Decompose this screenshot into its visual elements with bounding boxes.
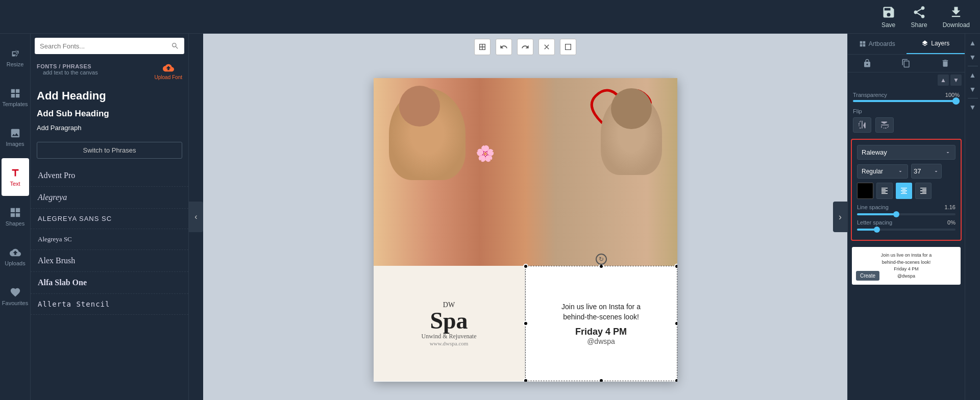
selection-handle-mr <box>674 321 677 326</box>
letter-spacing-value: 0% <box>947 219 955 226</box>
align-right-button[interactable] <box>915 183 932 199</box>
font-name-row: Raleway <box>857 145 955 160</box>
canvas-toolbar <box>474 39 576 55</box>
search-input[interactable] <box>40 42 168 50</box>
copy-tool-button[interactable] <box>887 55 925 72</box>
font-item-alegreya-sc[interactable]: Alegreya SC <box>31 229 188 250</box>
panel-collapse-arrow[interactable]: ‹ <box>189 202 203 232</box>
upload-font-button[interactable]: Upload Font <box>155 62 182 80</box>
right-tool-buttons <box>848 55 965 72</box>
far-right-collapse-btn[interactable]: ▼ <box>966 101 979 114</box>
delete-button[interactable] <box>538 39 555 55</box>
font-name-select[interactable]: Raleway <box>857 145 955 160</box>
flip-buttons <box>853 117 960 133</box>
lock-tool-button[interactable] <box>848 55 887 72</box>
font-item-advent-pro[interactable]: Advent Pro <box>31 165 188 187</box>
far-right-divider <box>968 66 978 66</box>
add-text-buttons: Add Heading Add Sub Heading Add Paragrap… <box>31 82 188 138</box>
search-icon <box>171 42 179 50</box>
left-sidebar: Resize Templates Images Text Shapes Uplo… <box>0 34 31 400</box>
friday-text: Friday 4 PM <box>575 327 627 337</box>
download-button[interactable]: Download <box>943 5 970 29</box>
preview-section: Join us live on Insta for a behind-the-s… <box>852 247 961 285</box>
font-style-row: Regular 37 <box>857 164 955 179</box>
line-spacing-row: Line spacing 1.16 <box>857 204 955 210</box>
font-item-alex-brush[interactable]: Alex Brush <box>31 250 188 272</box>
far-right-panel: ▲ ▼ ▲ ▼ ▼ <box>965 34 980 400</box>
canvas-right-text[interactable]: ↻ Join us live on Insta for a behind-the… <box>525 266 677 381</box>
selection-handle-tl <box>523 264 528 269</box>
sidebar-item-text[interactable]: Text <box>2 158 29 196</box>
undo-button[interactable] <box>496 39 512 55</box>
share-button[interactable]: Share <box>911 5 927 29</box>
tagline-text: Unwind & Rejuvenate <box>422 333 477 340</box>
grid-tool-button[interactable] <box>474 39 491 55</box>
delete-tool-button[interactable] <box>926 55 965 72</box>
fonts-header: FONTS / PHRASES add text to the canvas U… <box>31 58 188 82</box>
selection-handle-bl <box>523 378 528 381</box>
flip-section: Flip <box>848 105 965 136</box>
selection-handle-ml <box>523 321 528 326</box>
transparency-value: 100% <box>945 92 960 98</box>
letter-spacing-row: Letter spacing 0% <box>857 219 955 226</box>
tab-artboards[interactable]: Artboards <box>848 34 906 54</box>
far-right-up-btn[interactable]: ▲ <box>966 36 979 49</box>
right-expand-arrow[interactable]: › <box>833 202 847 232</box>
add-subheading-button[interactable]: Add Sub Heading <box>37 107 182 121</box>
line-spacing-label: Line spacing <box>857 204 889 210</box>
add-paragraph-button[interactable]: Add Paragraph <box>37 122 182 134</box>
fonts-title: FONTS / PHRASES <box>37 63 104 69</box>
font-item-alegreya-sans-sc[interactable]: Alegreya Sans SC <box>31 209 188 229</box>
flip-horizontal-button[interactable] <box>853 117 871 133</box>
line-spacing-value: 1.16 <box>945 204 955 210</box>
move-down-button[interactable]: ▼ <box>950 74 962 86</box>
line-spacing-slider[interactable] <box>857 213 955 215</box>
move-up-button[interactable]: ▲ <box>938 74 949 86</box>
letter-spacing-slider[interactable] <box>857 229 955 231</box>
sidebar-item-images[interactable]: Images <box>2 118 29 156</box>
transparency-row: Transparency 100% <box>853 92 960 98</box>
transparency-slider[interactable] <box>853 100 960 102</box>
color-align-row <box>857 183 955 199</box>
canvas-bottom: DW Spa Unwind & Rejuvenate www.dwspa.com <box>374 266 677 381</box>
add-heading-button[interactable]: Add Heading <box>37 86 182 106</box>
frame-button[interactable] <box>560 39 576 55</box>
sidebar-item-favourites[interactable]: Favourites <box>2 278 29 315</box>
font-size-select[interactable]: 37 <box>911 164 942 179</box>
create-button[interactable]: Create <box>856 271 879 281</box>
main-layout: Resize Templates Images Text Shapes Uplo… <box>0 34 980 400</box>
tab-layers[interactable]: Layers <box>906 34 965 54</box>
fonts-panel: FONTS / PHRASES add text to the canvas U… <box>31 34 189 400</box>
insta-line1: Join us live on Insta for a behind-the-s… <box>561 302 641 322</box>
font-style-select[interactable]: Regular <box>857 164 908 179</box>
far-right-down2-btn[interactable]: ▼ <box>966 83 979 96</box>
color-swatch[interactable] <box>857 183 873 199</box>
align-center-button[interactable] <box>896 183 912 199</box>
canvas-left-text: DW Spa Unwind & Rejuvenate www.dwspa.com <box>374 266 525 381</box>
font-item-allerta-stencil[interactable]: Allerta Stencil <box>31 294 188 315</box>
sidebar-item-resize[interactable]: Resize <box>2 39 29 77</box>
letter-spacing-label: Letter spacing <box>857 219 892 226</box>
spacing-section: Line spacing 1.16 Letter spacing 0% <box>857 204 955 231</box>
far-right-divider2 <box>968 98 978 98</box>
transparency-label: Transparency <box>853 92 887 98</box>
sidebar-item-shapes[interactable]: Shapes <box>2 198 29 236</box>
fonts-search-bar <box>35 38 184 54</box>
font-item-alegreya[interactable]: Alegreya <box>31 187 188 209</box>
layer-order-buttons: ▲ ▼ <box>848 72 965 88</box>
website-text: www.dwspa.com <box>430 340 469 346</box>
far-right-down-btn[interactable]: ▼ <box>966 51 979 64</box>
switch-phrases-button[interactable]: Switch to Phrases <box>37 142 182 159</box>
rotate-handle[interactable]: ↻ <box>596 254 607 265</box>
align-left-button[interactable] <box>876 183 893 199</box>
canvas-image-area: 🌸 <box>374 78 677 266</box>
sidebar-item-uploads[interactable]: Uploads <box>2 238 29 276</box>
flip-vertical-button[interactable] <box>875 117 894 133</box>
far-right-up2-btn[interactable]: ▲ <box>966 68 979 82</box>
font-item-alfa-slab[interactable]: Alfa Slab One <box>31 272 188 294</box>
redo-button[interactable] <box>517 39 533 55</box>
design-canvas: 🌸 DW Spa Unwind & Rejuvenate ww <box>374 78 677 382</box>
spa-name-text: Spa <box>430 309 468 333</box>
save-button[interactable]: Save <box>881 5 896 29</box>
sidebar-item-templates[interactable]: Templates <box>2 79 29 116</box>
